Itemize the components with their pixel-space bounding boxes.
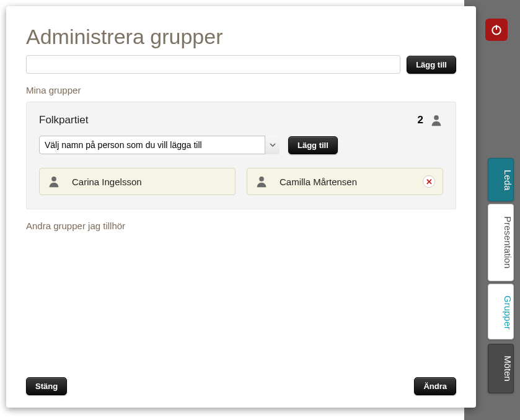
group-header: Folkpartiet 2 — [39, 113, 443, 127]
person-select[interactable]: Välj namn på person som du vill lägga ti… — [39, 136, 280, 154]
group-card: Folkpartiet 2 Välj namn på person som du… — [26, 102, 456, 209]
manage-groups-dialog: Administrera grupper Lägg till Mina grup… — [6, 6, 476, 408]
side-tab-label: Möten — [503, 356, 513, 382]
close-button[interactable]: Stäng — [26, 377, 67, 395]
remove-member-button[interactable]: ✕ — [423, 175, 435, 188]
svg-point-3 — [51, 177, 56, 182]
power-button[interactable] — [485, 19, 508, 41]
group-name: Folkpartiet — [39, 114, 88, 126]
side-tab-label: Grupper — [503, 295, 513, 330]
change-button[interactable]: Ändra — [414, 377, 456, 395]
side-tab-grupper[interactable]: Grupper — [488, 284, 514, 339]
side-tab-label: Leda — [503, 170, 513, 190]
side-tab-leda[interactable]: Leda — [488, 158, 514, 201]
member-card: Camilla Mårtensen ✕ — [247, 168, 443, 195]
new-group-row: Lägg till — [26, 55, 456, 74]
side-tab-moten[interactable]: Möten — [488, 344, 514, 393]
my-groups-label: Mina grupper — [26, 85, 456, 95]
person-icon — [255, 175, 268, 188]
other-groups-label: Andra grupper jag tillhör — [26, 221, 456, 231]
person-select-wrap: Välj namn på person som du vill lägga ti… — [39, 136, 280, 154]
dialog-title: Administrera grupper — [26, 25, 456, 49]
close-icon: ✕ — [426, 177, 433, 186]
members-list: Carina Ingelsson Camilla Mårtensen ✕ — [39, 168, 443, 195]
person-icon — [47, 175, 61, 188]
add-person-row: Välj namn på person som du vill lägga ti… — [39, 136, 443, 154]
member-card: Carina Ingelsson — [39, 168, 236, 195]
add-group-button[interactable]: Lägg till — [407, 56, 456, 74]
new-group-input[interactable] — [26, 55, 400, 74]
svg-point-2 — [434, 115, 439, 120]
add-person-button[interactable]: Lägg till — [288, 136, 338, 154]
side-tab-presentation[interactable]: Presentation — [488, 204, 514, 281]
power-icon — [490, 24, 503, 36]
side-tab-label: Presentation — [503, 216, 513, 268]
svg-point-4 — [259, 177, 264, 182]
member-name: Camilla Mårtensen — [280, 177, 357, 187]
dialog-footer: Stäng Ändra — [26, 377, 456, 395]
person-icon — [430, 113, 443, 127]
group-member-count: 2 — [418, 114, 423, 126]
member-name: Carina Ingelsson — [72, 177, 142, 187]
